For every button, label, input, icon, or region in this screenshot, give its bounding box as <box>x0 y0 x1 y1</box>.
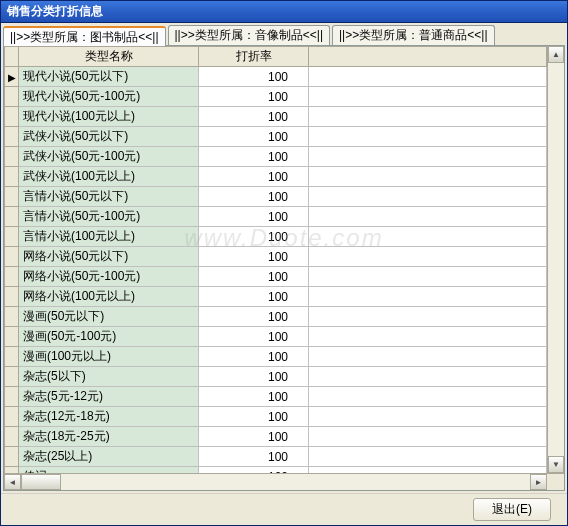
cell-category-name[interactable]: 杂志(12元-18元) <box>19 407 199 427</box>
cell-discount-rate[interactable]: 100 <box>199 247 309 267</box>
scroll-right-button[interactable]: ► <box>530 474 547 490</box>
table-row[interactable]: 杂志(5以下)100 <box>5 367 547 387</box>
cell-category-name[interactable]: 现代小说(50元-100元) <box>19 87 199 107</box>
row-indicator <box>5 327 19 347</box>
cell-category-name[interactable]: 漫画(50元以下) <box>19 307 199 327</box>
cell-discount-rate[interactable]: 100 <box>199 87 309 107</box>
tab-audio-video[interactable]: ||>>类型所属：音像制品<<|| <box>168 25 331 45</box>
table-row[interactable]: 武侠小说(50元以下)100 <box>5 127 547 147</box>
client-area: ||>>类型所属：图书制品<<|| ||>>类型所属：音像制品<<|| ||>>… <box>1 23 567 525</box>
table-row[interactable]: 言情小说(100元以上)100 <box>5 227 547 247</box>
horizontal-scrollbar[interactable]: ◄ ► <box>4 473 564 490</box>
table-row[interactable]: 现代小说(100元以上)100 <box>5 107 547 127</box>
scroll-down-button[interactable]: ▼ <box>548 456 564 473</box>
tab-label: ||>>类型所属：图书制品<<|| <box>10 29 159 46</box>
cell-discount-rate[interactable]: 100 <box>199 287 309 307</box>
table-row[interactable]: 传记100 <box>5 467 547 474</box>
cell-category-name[interactable]: 武侠小说(50元-100元) <box>19 147 199 167</box>
row-indicator <box>5 267 19 287</box>
table-row[interactable]: 网络小说(50元以下)100 <box>5 247 547 267</box>
cell-discount-rate[interactable]: 100 <box>199 227 309 247</box>
cell-category-name[interactable]: 传记 <box>19 467 199 474</box>
grid-wrap: www.Duote.com 类型名称 打折率 ▶现代小说(50元以下)100现代… <box>4 46 564 473</box>
row-indicator <box>5 247 19 267</box>
cell-category-name[interactable]: 网络小说(100元以上) <box>19 287 199 307</box>
cell-discount-rate[interactable]: 100 <box>199 267 309 287</box>
cell-filler <box>309 207 547 227</box>
col-indicator[interactable] <box>5 47 19 67</box>
cell-discount-rate[interactable]: 100 <box>199 167 309 187</box>
tab-panel: www.Duote.com 类型名称 打折率 ▶现代小说(50元以下)100现代… <box>3 45 565 491</box>
scroll-corner <box>547 474 564 490</box>
table-row[interactable]: ▶现代小说(50元以下)100 <box>5 67 547 87</box>
cell-discount-rate[interactable]: 100 <box>199 127 309 147</box>
row-indicator <box>5 367 19 387</box>
cell-category-name[interactable]: 杂志(18元-25元) <box>19 427 199 447</box>
cell-category-name[interactable]: 网络小说(50元-100元) <box>19 267 199 287</box>
tab-books[interactable]: ||>>类型所属：图书制品<<|| <box>3 26 166 46</box>
cell-discount-rate[interactable]: 100 <box>199 387 309 407</box>
table-row[interactable]: 杂志(25以上)100 <box>5 447 547 467</box>
cell-category-name[interactable]: 现代小说(50元以下) <box>19 67 199 87</box>
table-row[interactable]: 杂志(18元-25元)100 <box>5 427 547 447</box>
scroll-left-button[interactable]: ◄ <box>4 474 21 490</box>
table-row[interactable]: 武侠小说(50元-100元)100 <box>5 147 547 167</box>
cell-discount-rate[interactable]: 100 <box>199 367 309 387</box>
cell-filler <box>309 447 547 467</box>
cell-category-name[interactable]: 网络小说(50元以下) <box>19 247 199 267</box>
scroll-track[interactable] <box>548 63 564 456</box>
cell-category-name[interactable]: 武侠小说(100元以上) <box>19 167 199 187</box>
table-row[interactable]: 网络小说(50元-100元)100 <box>5 267 547 287</box>
scroll-track[interactable] <box>21 474 530 490</box>
cell-category-name[interactable]: 漫画(50元-100元) <box>19 327 199 347</box>
cell-category-name[interactable]: 言情小说(50元-100元) <box>19 207 199 227</box>
row-indicator <box>5 467 19 474</box>
cell-discount-rate[interactable]: 100 <box>199 447 309 467</box>
scroll-thumb[interactable] <box>21 474 61 490</box>
table-row[interactable]: 杂志(5元-12元)100 <box>5 387 547 407</box>
cell-category-name[interactable]: 杂志(5元-12元) <box>19 387 199 407</box>
cell-filler <box>309 107 547 127</box>
table-row[interactable]: 言情小说(50元-100元)100 <box>5 207 547 227</box>
cell-category-name[interactable]: 言情小说(100元以上) <box>19 227 199 247</box>
cell-discount-rate[interactable]: 100 <box>199 187 309 207</box>
cell-filler <box>309 347 547 367</box>
exit-button[interactable]: 退出(E) <box>473 498 551 521</box>
cell-discount-rate[interactable]: 100 <box>199 307 309 327</box>
cell-discount-rate[interactable]: 100 <box>199 327 309 347</box>
tab-general-goods[interactable]: ||>>类型所属：普通商品<<|| <box>332 25 495 45</box>
cell-discount-rate[interactable]: 100 <box>199 207 309 227</box>
cell-discount-rate[interactable]: 100 <box>199 467 309 474</box>
cell-category-name[interactable]: 杂志(25以上) <box>19 447 199 467</box>
cell-filler <box>309 167 547 187</box>
cell-category-name[interactable]: 现代小说(100元以上) <box>19 107 199 127</box>
table-row[interactable]: 言情小说(50元以下)100 <box>5 187 547 207</box>
table-row[interactable]: 杂志(12元-18元)100 <box>5 407 547 427</box>
window-title: 销售分类打折信息 <box>7 3 103 20</box>
cell-discount-rate[interactable]: 100 <box>199 407 309 427</box>
cell-category-name[interactable]: 杂志(5以下) <box>19 367 199 387</box>
cell-filler <box>309 327 547 347</box>
vertical-scrollbar[interactable]: ▲ ▼ <box>547 46 564 473</box>
cell-discount-rate[interactable]: 100 <box>199 427 309 447</box>
table-row[interactable]: 现代小说(50元-100元)100 <box>5 87 547 107</box>
data-grid[interactable]: www.Duote.com 类型名称 打折率 ▶现代小说(50元以下)100现代… <box>4 46 547 473</box>
cell-category-name[interactable]: 武侠小说(50元以下) <box>19 127 199 147</box>
cell-category-name[interactable]: 漫画(100元以上) <box>19 347 199 367</box>
scroll-up-button[interactable]: ▲ <box>548 46 564 63</box>
col-category-name[interactable]: 类型名称 <box>19 47 199 67</box>
table-row[interactable]: 漫画(100元以上)100 <box>5 347 547 367</box>
cell-discount-rate[interactable]: 100 <box>199 147 309 167</box>
cell-discount-rate[interactable]: 100 <box>199 67 309 87</box>
cell-filler <box>309 127 547 147</box>
cell-discount-rate[interactable]: 100 <box>199 107 309 127</box>
col-discount-rate[interactable]: 打折率 <box>199 47 309 67</box>
table-row[interactable]: 漫画(50元以下)100 <box>5 307 547 327</box>
table-row[interactable]: 网络小说(100元以上)100 <box>5 287 547 307</box>
table-row[interactable]: 武侠小说(100元以上)100 <box>5 167 547 187</box>
cell-discount-rate[interactable]: 100 <box>199 347 309 367</box>
titlebar[interactable]: 销售分类打折信息 <box>1 1 567 23</box>
cell-category-name[interactable]: 言情小说(50元以下) <box>19 187 199 207</box>
table-row[interactable]: 漫画(50元-100元)100 <box>5 327 547 347</box>
row-indicator <box>5 187 19 207</box>
